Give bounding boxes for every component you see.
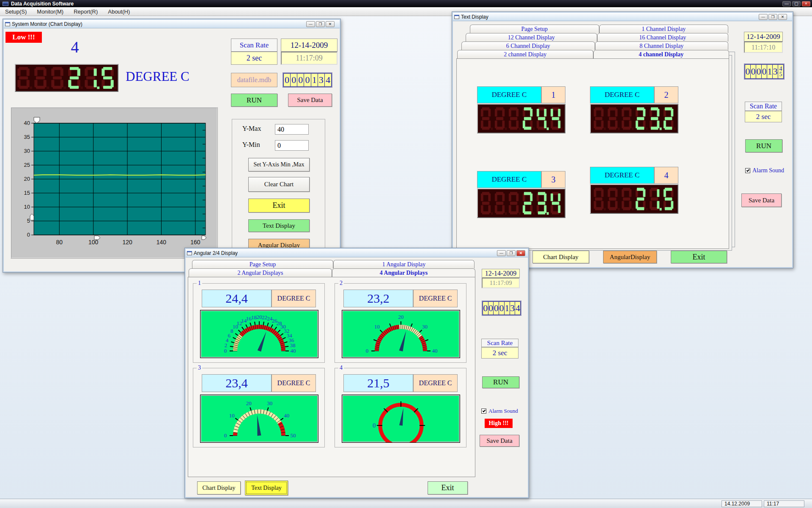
gauge-unit-label: DEGREE C	[272, 290, 316, 307]
gauge-panel: 010203040	[342, 310, 460, 358]
counter-cell: 0	[751, 65, 756, 78]
tab-1-channel-display[interactable]: 1 Channel Display	[599, 25, 729, 33]
exit-button[interactable]: Exit	[428, 481, 468, 494]
save-data-button[interactable]: Save Data	[741, 193, 782, 207]
tab-12-channel-display[interactable]: 12 Channel Display	[466, 33, 597, 41]
sevenseg-digit	[16, 66, 33, 90]
svg-text:0: 0	[224, 432, 227, 439]
menu-item-abouth[interactable]: About(H)	[103, 8, 135, 16]
tab-8-channel-display[interactable]: 8 Channel Display	[595, 41, 729, 50]
sevenseg-digit	[508, 106, 521, 131]
chart-display-button[interactable]: Chart Display	[532, 251, 589, 263]
gauge-panel: 0	[342, 395, 460, 443]
minimize-icon[interactable]: —	[306, 21, 315, 27]
close-icon[interactable]: ✕	[778, 14, 787, 20]
counter-cell: 3	[773, 65, 778, 78]
axis-scroll-handle[interactable]	[202, 236, 206, 240]
menu-item-monitorm[interactable]: Monitor(M)	[32, 8, 69, 16]
svg-text:120: 120	[122, 239, 132, 246]
axis-scroll-handle[interactable]	[34, 117, 40, 123]
channel-number-badge: 4	[654, 167, 678, 184]
app-icon	[3, 2, 8, 6]
channel-display-1: DEGREE C1	[477, 86, 565, 134]
window-titlebar[interactable]: System Monitor (Chart Display) — ❐ ✕	[4, 20, 340, 28]
channel-unit-label: DEGREE C	[590, 167, 654, 184]
svg-text:0: 0	[366, 348, 369, 354]
date-display: 12-14-2009	[482, 269, 520, 278]
scan-counter: 0000134	[283, 73, 332, 87]
sevenseg-digit	[621, 106, 634, 131]
sevenseg-digit	[494, 106, 507, 131]
set-y-axis-button[interactable]: Set Y-Axis Min ,Max	[248, 158, 310, 171]
run-button[interactable]: RUN	[745, 139, 782, 152]
sevenseg-digit	[550, 191, 563, 215]
maximize-icon[interactable]: ❐	[768, 14, 777, 20]
run-button[interactable]: RUN	[231, 94, 277, 107]
counter-cell: 0	[494, 302, 499, 315]
tab-6-channel-display[interactable]: 6 Channel Display	[461, 41, 595, 50]
sevenseg-digit	[67, 66, 83, 90]
channel-number-badge: 2	[654, 86, 678, 103]
tab-page-setup[interactable]: Page Setup	[192, 260, 333, 268]
alarm-sound-label: Alarm Sound	[752, 167, 784, 174]
tab-4-channel-display[interactable]: 4 channel Display	[593, 50, 730, 58]
tab-2-angular-displays[interactable]: 2 Angular Displays	[189, 268, 332, 277]
counter-cell: 3	[510, 302, 516, 315]
minimize-icon[interactable]: —	[497, 250, 506, 256]
window-icon	[454, 15, 459, 19]
alarm-sound-option[interactable]: Alarm Sound	[745, 167, 784, 174]
status-bar: 14.12.2009 11:17	[0, 499, 812, 508]
system-monitor-client: Low !!! 4 DEGREE C Scan Rate 2 sec dataf…	[4, 28, 340, 271]
minimize-icon[interactable]: —	[782, 1, 791, 6]
text-display-button[interactable]: Text Display	[245, 480, 288, 495]
gauge-dial: 010203040	[342, 310, 460, 358]
tab-page-setup[interactable]: Page Setup	[470, 25, 599, 33]
window-titlebar[interactable]: Text Display — ❐ ✕	[453, 13, 792, 21]
maximize-icon[interactable]: ❐	[316, 21, 325, 27]
maximize-icon[interactable]: ❐	[507, 250, 516, 256]
close-icon[interactable]: ✕	[516, 250, 525, 256]
tab-strip: Page Setup1 Channel Display12 Channel Di…	[456, 25, 729, 58]
gauge-needle	[399, 331, 406, 352]
exit-button[interactable]: Exit	[671, 251, 727, 263]
menu-item-setups[interactable]: Setup(S)	[0, 8, 32, 16]
datafile-field[interactable]: datafile.mdb	[231, 73, 277, 87]
angular-display-button[interactable]: AngularDisplay	[603, 251, 657, 263]
svg-text:140: 140	[156, 239, 167, 246]
sevenseg-digit	[101, 66, 117, 90]
tab-4-angular-displays[interactable]: 4 Angular Displays	[332, 268, 475, 277]
chart-plot[interactable]: 051015202530354080100120140160	[11, 108, 216, 257]
y-max-input[interactable]: 40	[275, 124, 309, 135]
maximize-icon[interactable]: ▢	[792, 1, 801, 6]
sevenseg-digit	[635, 106, 648, 131]
svg-text:20: 20	[246, 400, 252, 406]
close-icon[interactable]: ✕	[326, 21, 335, 27]
alarm-sound-checkbox[interactable]	[745, 168, 750, 173]
sevenseg-digit	[522, 106, 535, 131]
sevenseg-digit	[607, 106, 620, 131]
run-button[interactable]: RUN	[482, 376, 519, 388]
axis-scroll-handle[interactable]	[30, 214, 34, 220]
chart-display-button[interactable]: Chart Display	[197, 481, 241, 494]
gauge-number-label: 1	[197, 280, 202, 287]
close-icon[interactable]: ×	[802, 1, 810, 6]
text-display-button[interactable]: Text Display	[248, 219, 310, 232]
menu-item-reportr[interactable]: Report(R)	[69, 8, 103, 16]
exit-button[interactable]: Exit	[248, 199, 310, 213]
save-data-button[interactable]: Save Data	[288, 94, 332, 107]
minimize-icon[interactable]: —	[759, 14, 768, 20]
channel-unit-label: DEGREE C	[477, 86, 541, 103]
alarm-status-high: High !!!	[485, 419, 513, 428]
alarm-sound-option[interactable]: Alarm Sound	[481, 408, 518, 414]
save-data-button[interactable]: Save Data	[480, 435, 519, 447]
channel-display-3: DEGREE C3	[477, 171, 565, 218]
gauge-dial: 01020304050	[200, 395, 318, 442]
axis-scroll-handle[interactable]	[94, 236, 100, 240]
tab-2-channel-display[interactable]: 2 channel Display	[457, 50, 593, 58]
clear-chart-button[interactable]: Clear Chart	[248, 177, 310, 192]
tab-1-angular-display[interactable]: 1 Angular Display	[333, 260, 475, 268]
tab-16-channel-display[interactable]: 16 Channel Display	[597, 33, 729, 41]
alarm-sound-checkbox[interactable]	[481, 409, 486, 414]
window-titlebar[interactable]: Angular 2/4 Display — ❐ ✕	[186, 249, 528, 257]
y-min-input[interactable]: 0	[275, 140, 309, 151]
